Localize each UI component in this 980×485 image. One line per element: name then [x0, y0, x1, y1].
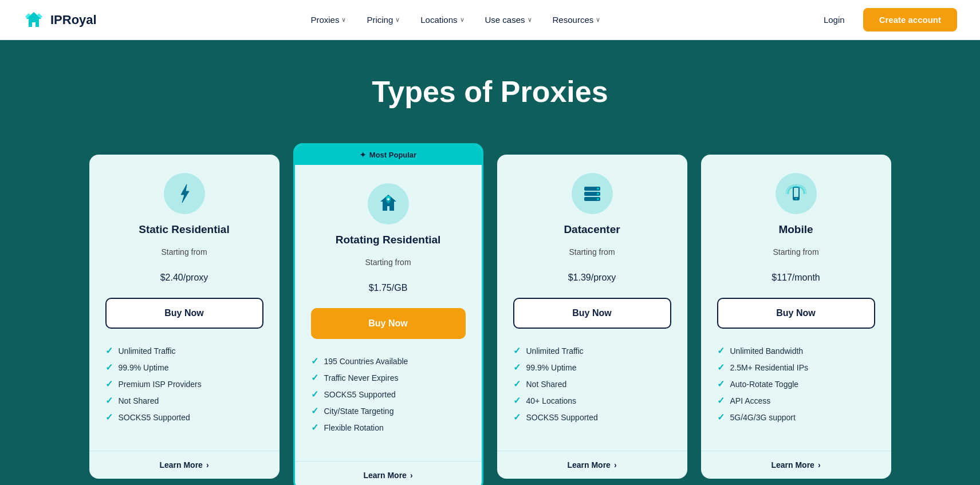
check-icon: ✓ [717, 378, 725, 389]
nav-resources[interactable]: Resources ∨ [545, 10, 609, 29]
svg-point-6 [597, 188, 599, 190]
learn-more-button-mobile[interactable]: Learn More › [701, 451, 891, 479]
buy-now-button-datacenter[interactable]: Buy Now [513, 298, 671, 329]
feature-item: ✓City/State Targeting [311, 403, 466, 419]
feature-item: ✓195 Countries Available [311, 353, 466, 369]
chevron-icon: ∨ [460, 16, 465, 23]
cards-grid: Static Residential Starting from $2.40/p… [89, 155, 891, 485]
card-starting: Starting from [717, 247, 875, 257]
chevron-icon: ∨ [341, 16, 346, 23]
feature-item: ✓Premium ISP Providers [105, 376, 263, 392]
feature-item: ✓Not Shared [105, 392, 263, 409]
nav-locations[interactable]: Locations ∨ [412, 10, 472, 29]
hero-section: Types of Proxies [0, 40, 980, 155]
learn-more-button-static[interactable]: Learn More › [89, 451, 280, 479]
feature-item: ✓Unlimited Bandwidth [717, 342, 875, 359]
card-datacenter: Datacenter Starting from $1.39/proxy Buy… [497, 155, 687, 479]
nav-proxies[interactable]: Proxies ∨ [302, 10, 354, 29]
svg-point-8 [597, 198, 599, 200]
check-icon: ✓ [311, 389, 318, 400]
house-pin-icon [376, 191, 401, 216]
card-icon-mobile [717, 173, 875, 214]
nav-links: Proxies ∨ Pricing ∨ Locations ∨ Use case… [302, 10, 608, 29]
arrow-right-icon: › [818, 460, 821, 470]
feature-item: ✓99.9% Uptime [513, 359, 671, 376]
buy-now-button-rotating[interactable]: Buy Now [311, 308, 466, 339]
nav-use-cases[interactable]: Use cases ∨ [477, 10, 540, 29]
svg-rect-10 [794, 188, 798, 197]
chevron-icon: ∨ [395, 16, 400, 23]
card-starting: Starting from [311, 258, 466, 267]
nav-right: Login Create account [814, 8, 957, 31]
feature-item: ✓2.5M+ Residential IPs [717, 359, 875, 376]
card-price: $1.39/proxy [513, 259, 671, 286]
card-title: Datacenter [513, 223, 671, 236]
features-list-static: ✓Unlimited Traffic ✓99.9% Uptime ✓Premiu… [105, 342, 263, 425]
card-price: $1.75/GB [311, 269, 466, 297]
card-static-residential: Static Residential Starting from $2.40/p… [89, 155, 280, 479]
card-title: Static Residential [105, 223, 263, 236]
card-title: Rotating Residential [311, 234, 466, 246]
logo-link[interactable]: IPRoyal [23, 11, 97, 29]
arrow-right-icon: › [410, 471, 413, 480]
check-icon: ✓ [513, 395, 521, 406]
card-price: $117/month [717, 259, 875, 286]
nav-pricing[interactable]: Pricing ∨ [359, 10, 408, 29]
check-icon: ✓ [717, 412, 725, 423]
check-icon: ✓ [717, 395, 725, 406]
card-starting: Starting from [513, 247, 671, 257]
feature-item: ✓API Access [717, 392, 875, 409]
check-icon: ✓ [513, 362, 521, 373]
check-icon: ✓ [105, 412, 113, 423]
logo-text: IPRoyal [50, 13, 97, 27]
create-account-button[interactable]: Create account [863, 8, 957, 31]
check-icon: ✓ [311, 356, 318, 366]
features-list-mobile: ✓Unlimited Bandwidth ✓2.5M+ Residential … [717, 342, 875, 425]
check-icon: ✓ [513, 345, 521, 356]
check-icon: ✓ [717, 345, 725, 356]
check-icon: ✓ [105, 395, 113, 406]
learn-more-button-rotating[interactable]: Learn More › [295, 461, 482, 485]
card-icon-static [105, 173, 263, 214]
card-icon-datacenter [513, 173, 671, 214]
check-icon: ✓ [311, 422, 318, 433]
buy-now-button-static[interactable]: Buy Now [105, 298, 263, 329]
svg-marker-0 [181, 184, 189, 203]
feature-item: ✓Unlimited Traffic [513, 342, 671, 359]
features-list-rotating: ✓195 Countries Available ✓Traffic Never … [311, 353, 466, 436]
check-icon: ✓ [105, 378, 113, 389]
feature-item: ✓99.9% Uptime [105, 359, 263, 376]
most-popular-badge: ✦ Most Popular [295, 145, 482, 165]
chevron-icon: ∨ [528, 16, 532, 23]
svg-point-11 [795, 198, 797, 200]
navbar: IPRoyal Proxies ∨ Pricing ∨ Locations ∨ … [0, 0, 980, 40]
svg-point-7 [597, 193, 599, 195]
server-icon [580, 181, 605, 206]
feature-item: ✓SOCKS5 Supported [513, 409, 671, 425]
feature-item: ✓SOCKS5 Supported [311, 386, 466, 403]
feature-item: ✓Unlimited Traffic [105, 342, 263, 359]
star-icon: ✦ [360, 151, 366, 159]
feature-item: ✓Flexible Rotation [311, 419, 466, 436]
card-starting: Starting from [105, 247, 263, 257]
lightning-icon [173, 182, 196, 205]
feature-item: ✓Auto-Rotate Toggle [717, 376, 875, 392]
feature-item: ✓40+ Locations [513, 392, 671, 409]
learn-more-button-datacenter[interactable]: Learn More › [497, 451, 687, 479]
check-icon: ✓ [105, 345, 113, 356]
feature-item: ✓SOCKS5 Supported [105, 409, 263, 425]
login-button[interactable]: Login [814, 10, 854, 29]
cards-section: Static Residential Starting from $2.40/p… [0, 155, 980, 485]
check-icon: ✓ [311, 405, 318, 416]
card-rotating-residential: ✦ Most Popular Rotating Residential [293, 143, 483, 485]
features-list-datacenter: ✓Unlimited Traffic ✓99.9% Uptime ✓Not Sh… [513, 342, 671, 425]
feature-item: ✓Traffic Never Expires [311, 369, 466, 386]
buy-now-button-mobile[interactable]: Buy Now [717, 298, 875, 329]
check-icon: ✓ [105, 362, 113, 373]
arrow-right-icon: › [614, 460, 617, 470]
check-icon: ✓ [513, 378, 521, 389]
card-icon-rotating [311, 183, 466, 224]
check-icon: ✓ [311, 372, 318, 383]
feature-item: ✓5G/4G/3G support [717, 409, 875, 425]
logo-icon [23, 11, 45, 29]
